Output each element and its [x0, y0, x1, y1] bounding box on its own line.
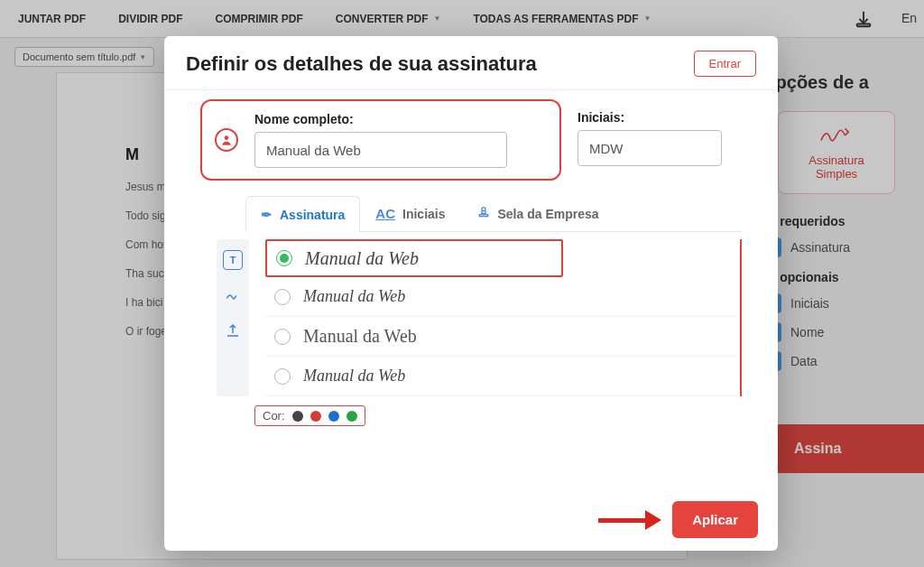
draw-signature-icon[interactable]: [225, 286, 241, 306]
tab-label: Iniciais: [402, 207, 445, 221]
color-swatch-red[interactable]: [310, 411, 321, 422]
signature-style-option[interactable]: Manual da Web: [265, 239, 563, 277]
svg-point-1: [225, 135, 229, 140]
full-name-label: Nome completo:: [254, 112, 507, 126]
text-type-icon[interactable]: T: [223, 250, 243, 270]
initials-underline-icon: AC: [375, 206, 395, 221]
full-name-block: Nome completo:: [200, 99, 561, 181]
signature-input-toolbar: T: [217, 239, 249, 396]
radio-unselected[interactable]: [274, 368, 291, 385]
color-swatch-blue[interactable]: [328, 411, 339, 422]
tab-label: Assinatura: [280, 208, 345, 222]
color-picker-row: Cor:: [254, 405, 365, 426]
signature-style-option[interactable]: Manual da Web: [265, 277, 736, 317]
tab-sela[interactable]: Sela da Empresa: [461, 195, 614, 231]
stamp-icon: [476, 205, 491, 222]
modal-title: Definir os detalhes de sua assinatura: [186, 52, 537, 76]
login-button[interactable]: Entrar: [694, 51, 756, 77]
signature-style-list: Manual da Web Manual da Web Manual da We…: [265, 239, 742, 396]
svg-point-2: [482, 208, 485, 211]
signature-style-option[interactable]: Manual da Web: [265, 357, 736, 396]
tab-assinatura[interactable]: ✒ Assinatura: [245, 196, 360, 232]
color-label: Cor:: [263, 409, 285, 423]
full-name-input[interactable]: [254, 132, 507, 168]
signature-tabs: ✒ Assinatura AC Iniciais Sela da Empresa: [245, 195, 742, 232]
signature-preview: Manual da Web: [303, 287, 405, 306]
initials-input[interactable]: [578, 130, 722, 166]
pen-icon: ✒: [261, 207, 273, 223]
signature-preview: Manual da Web: [303, 367, 405, 386]
signature-preview: Manual da Web: [303, 326, 417, 347]
apply-button[interactable]: Aplicar: [672, 501, 758, 538]
tab-iniciais[interactable]: AC Iniciais: [360, 195, 460, 231]
arrow-right-icon: [598, 514, 661, 526]
signature-preview: Manual da Web: [305, 248, 419, 269]
radio-unselected[interactable]: [274, 329, 291, 345]
person-icon: [215, 128, 238, 152]
signature-modal: Definir os detalhes de sua assinatura En…: [164, 36, 778, 551]
color-swatch-black[interactable]: [292, 411, 303, 422]
radio-unselected[interactable]: [274, 289, 291, 305]
tab-label: Sela da Empresa: [498, 207, 599, 221]
upload-icon[interactable]: [225, 322, 241, 342]
signature-style-option[interactable]: Manual da Web: [265, 317, 736, 357]
svg-rect-3: [479, 215, 487, 217]
initials-label: Iniciais:: [578, 110, 722, 125]
color-swatch-green[interactable]: [346, 411, 357, 422]
radio-selected[interactable]: [276, 250, 292, 266]
